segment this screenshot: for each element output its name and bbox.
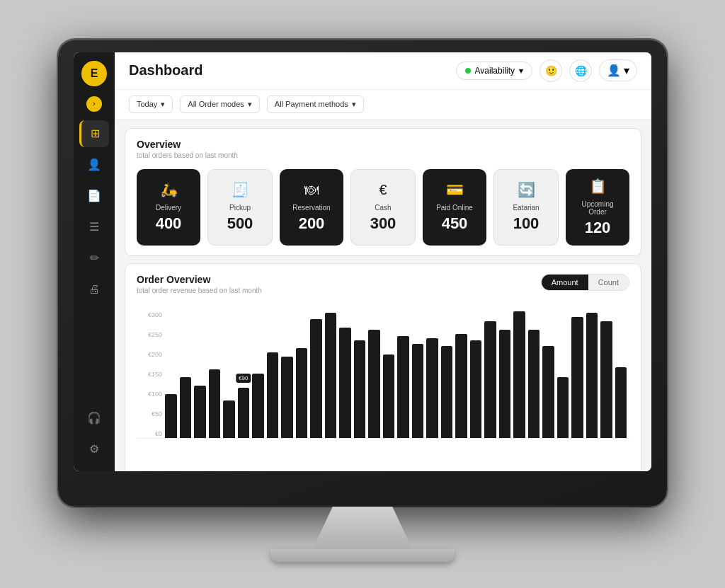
chart-bar[interactable] xyxy=(354,340,366,438)
sidebar-item-extra[interactable]: 🖨 xyxy=(79,276,109,303)
extra-icon: 🖨 xyxy=(89,283,100,296)
headset-icon: 🎧 xyxy=(87,411,101,425)
chart-bar[interactable] xyxy=(339,328,351,438)
chart-bar[interactable] xyxy=(252,374,264,438)
sidebar-item-analytics[interactable]: ✏ xyxy=(79,245,109,272)
overview-title: Overview xyxy=(137,139,629,150)
chart-bar[interactable] xyxy=(571,317,583,437)
chart-bar[interactable] xyxy=(180,377,192,437)
y-axis-label: €0 xyxy=(137,430,165,437)
card-icon-delivery: 🛵 xyxy=(160,181,178,198)
chart-bar[interactable] xyxy=(383,354,395,437)
chart-bar[interactable] xyxy=(586,313,598,437)
chart-bar[interactable] xyxy=(455,334,467,438)
availability-status-dot xyxy=(465,68,471,74)
user-icon: 👤 xyxy=(607,64,621,77)
chart-bar[interactable] xyxy=(600,321,612,437)
period-filter-button[interactable]: Today ▾ xyxy=(129,96,173,113)
chart-bar[interactable] xyxy=(368,330,380,438)
card-icon-upcoming-order: 📋 xyxy=(589,178,607,195)
page-title: Dashboard xyxy=(129,62,202,79)
chart-bar[interactable] xyxy=(557,377,569,437)
chart-bars-area: €90 xyxy=(137,311,629,439)
card-label-cash: Cash xyxy=(375,204,391,212)
availability-button[interactable]: Availability ▾ xyxy=(456,62,532,80)
sidebar-bottom: 🎧 ⚙ xyxy=(79,405,109,463)
chart-bar[interactable] xyxy=(267,352,279,437)
order-overview-subtitle: total order revenue based on last month xyxy=(137,287,262,294)
card-label-upcoming-order: Upcoming Order xyxy=(573,200,622,216)
chart-bar[interactable] xyxy=(325,313,337,437)
order-modes-filter-button[interactable]: All Order modes ▾ xyxy=(180,96,259,113)
reports-icon: 📄 xyxy=(87,189,101,202)
analytics-icon: ✏ xyxy=(90,251,99,265)
amount-toggle-button[interactable]: Amount xyxy=(542,275,588,290)
sidebar-collapse-button[interactable]: › xyxy=(86,96,102,112)
chart-bar[interactable] xyxy=(499,330,511,438)
chart-bar[interactable]: €90 xyxy=(238,388,250,437)
payment-methods-filter-button[interactable]: All Payment methods ▾ xyxy=(267,96,364,113)
y-axis-label: €200 xyxy=(137,351,165,358)
chart-y-axis: €0€50€100€150€200€250€300 xyxy=(137,311,165,439)
sidebar: E › ⊞ 👤 📄 ☰ ✏ xyxy=(74,52,115,471)
card-label-reservation: Reservation xyxy=(292,204,330,212)
order-modes-label: All Order modes xyxy=(188,100,244,108)
order-overview-text: Order Overview total order revenue based… xyxy=(137,274,262,304)
period-chevron-icon: ▾ xyxy=(161,100,165,109)
sidebar-item-reports[interactable]: 📄 xyxy=(79,183,109,209)
order-overview-title: Order Overview xyxy=(137,274,262,285)
chart-bar[interactable] xyxy=(397,336,409,438)
sidebar-logo: E xyxy=(81,61,107,86)
chart-bar[interactable] xyxy=(528,330,540,438)
count-toggle-button[interactable]: Count xyxy=(588,275,629,290)
overview-card-paid-online[interactable]: 💳 Paid Online 450 xyxy=(423,169,486,246)
emoji-button[interactable]: 🙂 xyxy=(540,59,562,82)
globe-button[interactable]: 🌐 xyxy=(569,59,592,82)
overview-card-cash[interactable]: € Cash 300 xyxy=(350,169,416,246)
sidebar-item-headset[interactable]: 🎧 xyxy=(79,405,109,432)
y-axis-label: €250 xyxy=(137,331,165,338)
chevron-down-icon: ▾ xyxy=(519,66,523,76)
chart-bar[interactable] xyxy=(165,394,177,438)
chart-bar[interactable] xyxy=(615,367,627,438)
chart-bar[interactable] xyxy=(281,357,293,437)
monitor-base xyxy=(270,549,455,562)
card-value-paid-online: 450 xyxy=(442,214,468,233)
chart-bar[interactable] xyxy=(542,346,554,437)
overview-card-delivery[interactable]: 🛵 Delivery 400 xyxy=(137,169,200,246)
overview-cards: 🛵 Delivery 400 🧾 Pickup 500 🍽 Reservatio… xyxy=(137,169,629,246)
sidebar-item-dashboard[interactable]: ⊞ xyxy=(79,120,109,147)
chart-toggle-group: Amount Count xyxy=(541,274,629,291)
sidebar-item-orders[interactable]: 👤 xyxy=(79,151,109,178)
chart-bar[interactable] xyxy=(223,400,235,438)
chart-bar[interactable] xyxy=(412,344,424,437)
overview-card-pickup[interactable]: 🧾 Pickup 500 xyxy=(207,169,273,246)
y-axis-label: €150 xyxy=(137,371,165,378)
overview-card-reservation[interactable]: 🍽 Reservation 200 xyxy=(280,169,343,246)
card-value-delivery: 400 xyxy=(156,214,182,233)
period-filter-label: Today xyxy=(137,100,157,108)
chart-bar[interactable] xyxy=(513,311,525,438)
card-value-upcoming-order: 120 xyxy=(585,219,611,237)
chart-bar[interactable] xyxy=(194,386,206,437)
chart-bar[interactable] xyxy=(484,321,496,437)
overview-card-eatarian[interactable]: 🔄 Eatarian 100 xyxy=(493,169,559,246)
chart-bar[interactable] xyxy=(296,348,308,437)
chart-bar[interactable] xyxy=(209,369,221,438)
availability-label: Availability xyxy=(475,66,515,76)
emoji-icon: 🙂 xyxy=(545,65,557,76)
chart-bar[interactable] xyxy=(310,319,322,437)
globe-icon: 🌐 xyxy=(575,65,587,76)
chart-bar[interactable] xyxy=(426,338,438,438)
payment-chevron-icon: ▾ xyxy=(352,100,356,109)
sidebar-item-settings[interactable]: ⚙ xyxy=(79,436,109,463)
chart-bar[interactable] xyxy=(441,346,453,437)
chart-bar[interactable] xyxy=(470,340,482,438)
card-label-paid-online: Paid Online xyxy=(436,204,473,212)
card-icon-paid-online: 💳 xyxy=(446,181,464,198)
sidebar-item-menu[interactable]: ☰ xyxy=(79,214,109,241)
y-axis-label: €50 xyxy=(137,410,165,417)
card-icon-eatarian: 🔄 xyxy=(518,181,535,198)
user-menu-button[interactable]: 👤 ▾ xyxy=(599,59,637,81)
overview-card-upcoming-order[interactable]: 📋 Upcoming Order 120 xyxy=(566,169,629,246)
